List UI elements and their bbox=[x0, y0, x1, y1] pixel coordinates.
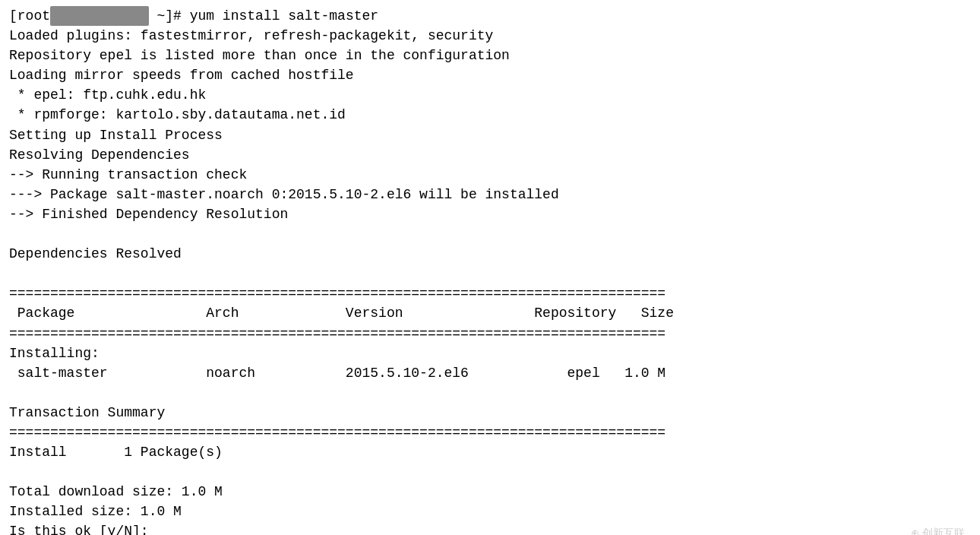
watermark-icon: ⊕ bbox=[911, 527, 919, 535]
terminal-line-1: [root████████████ ~]# yum install salt-m… bbox=[9, 6, 971, 26]
terminal-line-16: Installing: bbox=[9, 343, 971, 363]
terminal-line-10: ---> Package salt-master.noarch 0:2015.5… bbox=[9, 185, 971, 204]
terminal-line-18 bbox=[9, 383, 971, 403]
terminal-line-6: * rpmforge: kartolo.sby.datautama.net.id bbox=[9, 105, 971, 125]
terminal-line-13: Dependencies Resolved bbox=[9, 244, 971, 264]
terminal-line-4: Loading mirror speeds from cached hostfi… bbox=[9, 65, 971, 85]
terminal-line-2: Loaded plugins: fastestmirror, refresh-p… bbox=[9, 26, 971, 46]
terminal-line-7: Setting up Install Process bbox=[9, 125, 971, 145]
terminal-line-22: Total download size: 1.0 M bbox=[9, 482, 971, 502]
watermark: ⊕ 创新互联 bbox=[911, 527, 965, 535]
separator-2: ========================================… bbox=[9, 324, 971, 343]
terminal-line-8: Resolving Dependencies bbox=[9, 145, 971, 165]
terminal-line-9: --> Running transaction check bbox=[9, 165, 971, 185]
terminal-line-21 bbox=[9, 462, 971, 482]
separator-1: ========================================… bbox=[9, 283, 971, 303]
separator-3: ========================================… bbox=[9, 423, 971, 442]
terminal-line-3: Repository epel is listed more than once… bbox=[9, 46, 971, 65]
terminal-line-20: Install 1 Package(s) bbox=[9, 442, 971, 462]
terminal-line-5: * epel: ftp.cuhk.edu.hk bbox=[9, 85, 971, 105]
terminal-line-11: --> Finished Dependency Resolution bbox=[9, 204, 971, 224]
terminal-line-17: salt-master noarch 2015.5.10-2.el6 epel … bbox=[9, 363, 971, 383]
watermark-text: 创新互联 bbox=[922, 527, 965, 535]
terminal-line-23: Installed size: 1.0 M bbox=[9, 502, 971, 521]
prompt-prefix: [root bbox=[9, 8, 50, 24]
prompt-hostname: ████████████ bbox=[50, 6, 149, 26]
terminal-line-19: Transaction Summary bbox=[9, 403, 971, 423]
terminal-line-12 bbox=[9, 224, 971, 244]
terminal-line-24: Is this ok [y/N]: bbox=[9, 521, 971, 535]
terminal-line-15: Package Arch Version Repository Size bbox=[9, 303, 971, 323]
prompt-command: ~]# yum install salt-master bbox=[149, 8, 378, 24]
terminal-window: [root████████████ ~]# yum install salt-m… bbox=[0, 0, 980, 535]
terminal-line-14 bbox=[9, 264, 971, 283]
